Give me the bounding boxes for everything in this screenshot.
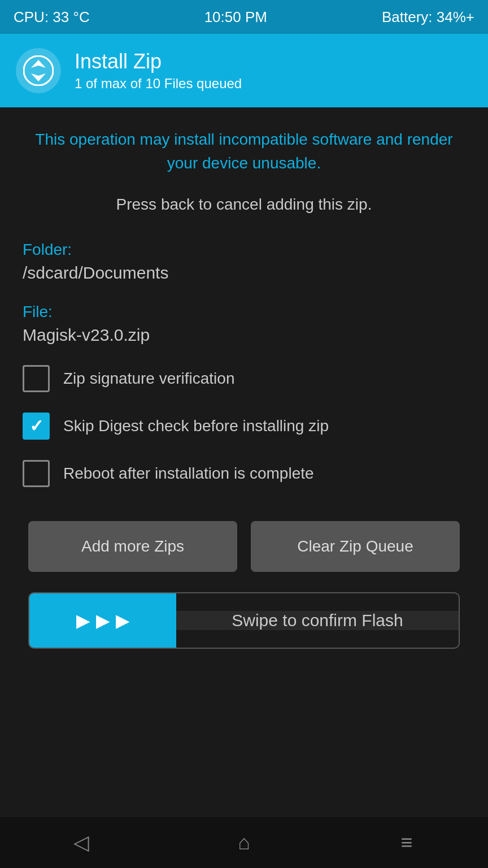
folder-label: Folder:	[23, 241, 465, 259]
buttons-row: Add more Zips Clear Zip Queue	[23, 521, 465, 572]
bottom-nav: ◁ ⌂ ≡	[0, 817, 488, 868]
arrow-icon-1: ▶	[76, 610, 90, 631]
arrow-icon-3: ▶	[116, 610, 130, 631]
checkbox-zip-sig-label: Zip signature verification	[63, 370, 234, 388]
header: Install Zip 1 of max of 10 Files queued	[0, 34, 488, 107]
page-subtitle: 1 of max of 10 Files queued	[75, 76, 242, 92]
cancel-hint: Press back to cancel adding this zip.	[23, 196, 465, 214]
menu-button[interactable]: ≡	[390, 826, 424, 860]
clear-zip-queue-button[interactable]: Clear Zip Queue	[251, 521, 460, 572]
checkbox-skip-digest-label: Skip Digest check before installing zip	[63, 417, 329, 435]
swipe-handle[interactable]: ▶ ▶ ▶	[29, 593, 176, 648]
time-status: 10:50 PM	[204, 8, 267, 26]
checkbox-reboot-label: Reboot after installation is complete	[63, 465, 314, 483]
app-icon	[16, 48, 61, 93]
header-text: Install Zip 1 of max of 10 Files queued	[75, 50, 242, 92]
svg-marker-2	[31, 73, 46, 81]
checkbox-row-reboot[interactable]: Reboot after installation is complete	[23, 460, 465, 487]
app-logo-icon	[23, 55, 54, 86]
back-button[interactable]: ◁	[64, 826, 98, 860]
file-value: Magisk-v23.0.zip	[23, 326, 465, 345]
checkbox-row-zip-sig[interactable]: Zip signature verification	[23, 365, 465, 392]
checkbox-reboot[interactable]	[23, 460, 50, 487]
checkbox-skip-digest[interactable]	[23, 413, 50, 440]
add-more-zips-button[interactable]: Add more Zips	[28, 521, 237, 572]
checkboxes-section: Zip signature verification Skip Digest c…	[23, 365, 465, 487]
svg-marker-1	[31, 60, 46, 68]
main-content: This operation may install incompatible …	[0, 107, 488, 669]
status-bar: CPU: 33 °C 10:50 PM Battery: 34%+	[0, 0, 488, 34]
page-title: Install Zip	[75, 50, 242, 73]
swipe-to-flash-bar[interactable]: ▶ ▶ ▶ Swipe to confirm Flash	[28, 592, 460, 649]
checkbox-zip-sig[interactable]	[23, 365, 50, 392]
file-label: File:	[23, 303, 465, 321]
folder-value: /sdcard/Documents	[23, 263, 465, 283]
arrow-icon-2: ▶	[96, 610, 110, 631]
home-button[interactable]: ⌂	[227, 826, 261, 860]
battery-status: Battery: 34%+	[382, 8, 474, 26]
checkbox-row-skip-digest[interactable]: Skip Digest check before installing zip	[23, 413, 465, 440]
swipe-text-area: Swipe to confirm Flash	[176, 611, 459, 630]
cpu-status: CPU: 33 °C	[14, 8, 90, 26]
warning-message: This operation may install incompatible …	[23, 128, 465, 175]
swipe-label: Swipe to confirm Flash	[232, 611, 403, 630]
